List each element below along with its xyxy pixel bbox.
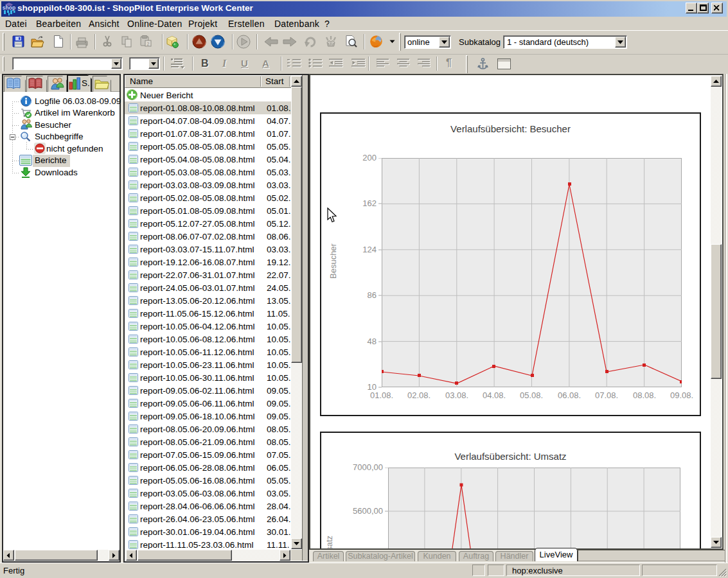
svg-text:shop: shop [3, 4, 15, 11]
svg-text:2: 2 [147, 42, 150, 46]
